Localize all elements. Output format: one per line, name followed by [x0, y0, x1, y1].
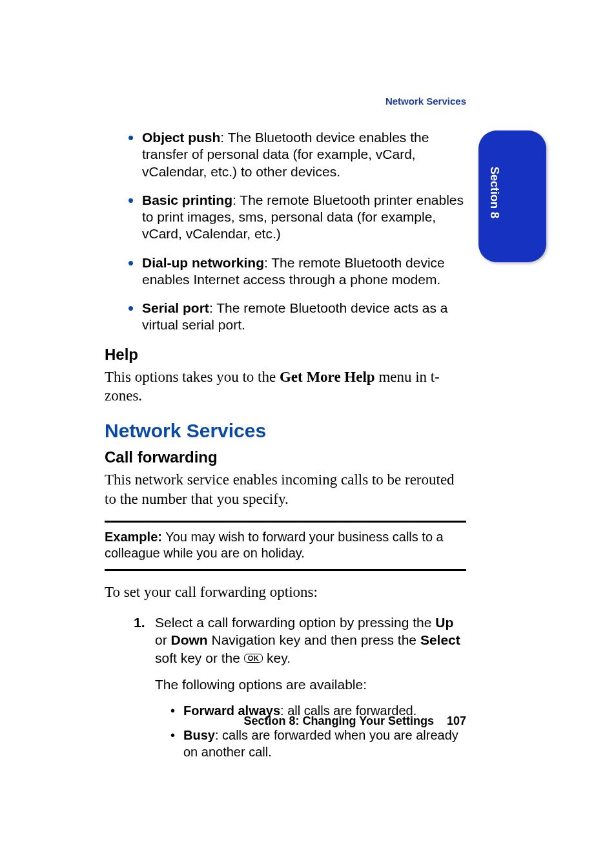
- key-down: Down: [171, 632, 208, 647]
- list-item: Busy: calls are forwarded when you are a…: [183, 727, 466, 760]
- howto-text: To set your call forwarding options:: [105, 583, 466, 602]
- list-item: Serial port: The remote Bluetooth device…: [142, 300, 466, 334]
- running-header: Network Services: [105, 96, 466, 107]
- step-number: 1.: [134, 614, 145, 631]
- list-item: Basic printing: The remote Bluetooth pri…: [142, 192, 466, 243]
- text: Select a call forwarding option by press…: [155, 615, 435, 630]
- step-item: 1. Select a call forwarding option by pr…: [155, 614, 466, 760]
- desc: : calls are forwarded when you are alrea…: [183, 728, 458, 759]
- key-up: Up: [435, 615, 453, 630]
- text: soft key or the: [155, 650, 244, 665]
- ok-key-icon: OK: [244, 654, 263, 663]
- section-tab-label: Section 8: [488, 167, 501, 218]
- list-item: Object push: The Bluetooth device enable…: [142, 129, 466, 180]
- strong-text: Get More Help: [280, 369, 375, 385]
- section-heading: Network Services: [105, 420, 466, 442]
- term: Serial port: [142, 300, 209, 315]
- option-list: Forward always: all calls are forwarded.…: [155, 702, 466, 760]
- subsection-heading: Call forwarding: [105, 448, 466, 466]
- softkey-select: Select: [420, 632, 460, 647]
- section-tab: Section 8: [478, 130, 546, 262]
- intro-paragraph: This network service enables incoming ca…: [105, 470, 466, 509]
- text: This options takes you to the: [105, 369, 280, 385]
- text: or: [155, 632, 171, 647]
- bluetooth-feature-list: Object push: The Bluetooth device enable…: [105, 129, 466, 334]
- help-paragraph: This options takes you to the Get More H…: [105, 368, 466, 406]
- term: Dial-up networking: [142, 255, 264, 270]
- step-list: 1. Select a call forwarding option by pr…: [105, 614, 466, 760]
- page: Network Services Section 8 Object push: …: [0, 0, 616, 852]
- footer-section: Section 8: Changing Your Settings: [244, 714, 434, 727]
- step-avail: The following options are available:: [155, 676, 466, 693]
- content-area: Object push: The Bluetooth device enable…: [105, 129, 466, 760]
- term: Object push: [142, 130, 220, 145]
- example-label: Example:: [105, 530, 162, 544]
- step-body: Select a call forwarding option by press…: [155, 614, 466, 667]
- text: key.: [263, 650, 291, 665]
- term: Busy: [183, 728, 215, 742]
- help-heading: Help: [105, 346, 466, 364]
- page-number: 107: [447, 714, 466, 727]
- example-box: Example: You may wish to forward your bu…: [105, 521, 466, 571]
- page-footer: Section 8: Changing Your Settings107: [105, 714, 466, 728]
- list-item: Dial-up networking: The remote Bluetooth…: [142, 255, 466, 289]
- text: Navigation key and then press the: [208, 632, 420, 647]
- term: Basic printing: [142, 192, 232, 207]
